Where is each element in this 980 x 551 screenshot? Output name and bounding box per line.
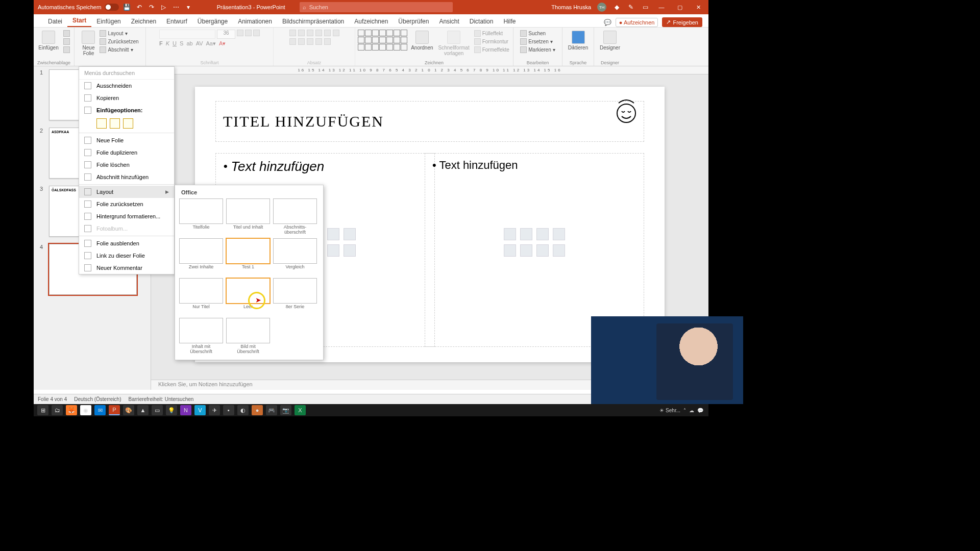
app5-icon[interactable]: ◐ bbox=[237, 405, 249, 415]
tab-bildschirm[interactable]: Bildschirmpräsentation bbox=[277, 16, 349, 27]
ctx-layout[interactable]: Layout▶ bbox=[79, 186, 174, 198]
tab-dictation[interactable]: Dictation bbox=[464, 16, 499, 27]
record-button[interactable]: ● Aufzeichnen bbox=[616, 18, 658, 27]
telegram-icon[interactable]: ✈ bbox=[209, 405, 220, 415]
outline-button[interactable]: Formkontur bbox=[473, 38, 510, 45]
app3-icon[interactable]: 💡 bbox=[166, 405, 177, 415]
layout-vergleich[interactable] bbox=[273, 238, 317, 264]
replace-button[interactable]: Ersetzen ▾ bbox=[519, 38, 556, 45]
select-button[interactable]: Markieren ▾ bbox=[519, 46, 556, 54]
tab-start[interactable]: Start bbox=[67, 15, 91, 27]
tab-einfuegen[interactable]: Einfügen bbox=[91, 16, 126, 27]
effects-button[interactable]: Formeffekte bbox=[473, 46, 510, 54]
start-button[interactable]: ⊞ bbox=[37, 405, 48, 415]
tab-ueberpruefen[interactable]: Überprüfen bbox=[393, 16, 434, 27]
diamond-icon[interactable]: ◆ bbox=[612, 3, 621, 11]
user-name[interactable]: Thomas Hruska bbox=[551, 4, 591, 10]
font-name[interactable] bbox=[159, 30, 215, 39]
menu-search[interactable]: Menüs durchsuchen bbox=[79, 67, 174, 80]
layout-bild-ueb[interactable] bbox=[226, 318, 270, 343]
ctx-comment[interactable]: Neuer Kommentar bbox=[79, 262, 174, 274]
comments-icon[interactable]: 💬 bbox=[604, 19, 611, 26]
app4-icon[interactable]: ▪ bbox=[223, 405, 234, 415]
excel-icon[interactable]: X bbox=[295, 405, 306, 415]
find-button[interactable]: Suchen bbox=[519, 30, 556, 37]
ctx-del[interactable]: Folie löschen bbox=[79, 159, 174, 171]
quick-styles[interactable]: Schnellformat vorlagen bbox=[437, 30, 471, 57]
font-size[interactable]: 36 bbox=[217, 30, 235, 39]
ctx-new-slide[interactable]: Neue Folie bbox=[79, 134, 174, 146]
tray-icon[interactable]: ☁ bbox=[689, 408, 694, 413]
avatar[interactable]: TH bbox=[597, 3, 606, 12]
fill-button[interactable]: Fülleffekt bbox=[473, 30, 510, 37]
app7-icon[interactable]: 📷 bbox=[280, 405, 291, 415]
tab-ansicht[interactable]: Ansicht bbox=[434, 16, 464, 27]
tab-uebergaenge[interactable]: Übergänge bbox=[192, 16, 233, 27]
ctx-hide[interactable]: Folie ausblenden bbox=[79, 237, 174, 249]
firefox-icon[interactable]: 🦊 bbox=[66, 405, 77, 415]
undo-icon[interactable]: ↶ bbox=[135, 3, 143, 11]
powerpoint-icon[interactable]: P bbox=[109, 405, 120, 415]
layout-inhalt-ueb[interactable] bbox=[179, 318, 223, 343]
title-placeholder[interactable]: TITEL HINZUFÜGEN bbox=[215, 101, 644, 142]
layout-titelfolie[interactable] bbox=[179, 198, 223, 224]
minimize-button[interactable]: — bbox=[655, 2, 668, 12]
ctx-copy[interactable]: Kopieren bbox=[79, 92, 174, 104]
layout-abschnitt[interactable] bbox=[273, 198, 317, 224]
layout-zwei-inhalte[interactable] bbox=[179, 238, 223, 264]
tab-hilfe[interactable]: Hilfe bbox=[498, 16, 521, 27]
new-slide-button[interactable]: Neue Folie bbox=[80, 30, 96, 57]
status-a11y[interactable]: Barrierefreiheit: Untersuchen bbox=[129, 396, 194, 402]
ctx-reset[interactable]: Folie zurücksetzen bbox=[79, 198, 174, 210]
chrome-icon[interactable]: ◉ bbox=[80, 405, 91, 415]
more-icon[interactable]: ⋯ bbox=[172, 3, 180, 11]
discord-icon[interactable]: 🎮 bbox=[266, 405, 277, 415]
tab-entwurf[interactable]: Entwurf bbox=[161, 16, 192, 27]
paste-button[interactable]: Einfügen bbox=[37, 30, 60, 52]
section-button[interactable]: Abschnitt ▾ bbox=[99, 46, 139, 54]
designer-button[interactable]: Designer bbox=[598, 30, 622, 52]
layout-leer[interactable] bbox=[226, 278, 270, 304]
qat-dropdown-icon[interactable]: ▾ bbox=[184, 3, 192, 11]
save-icon[interactable]: 💾 bbox=[123, 3, 131, 11]
status-lang[interactable]: Deutsch (Österreich) bbox=[74, 396, 121, 402]
outlook-icon[interactable]: ✉ bbox=[94, 405, 106, 415]
search-input[interactable]: ⌕ Suchen bbox=[300, 2, 453, 12]
tray-icon-2[interactable]: 💬 bbox=[697, 408, 703, 413]
arrange-button[interactable]: Anordnen bbox=[409, 30, 434, 52]
format-painter-button[interactable] bbox=[62, 46, 71, 54]
vlc-icon[interactable]: ▲ bbox=[137, 405, 149, 415]
layout-button[interactable]: Layout ▾ bbox=[99, 30, 139, 37]
app2-icon[interactable]: ▭ bbox=[152, 405, 163, 415]
paste-options[interactable] bbox=[79, 116, 174, 132]
dictate-button[interactable]: Diktieren bbox=[567, 30, 590, 52]
redo-icon[interactable]: ↷ bbox=[148, 3, 156, 11]
ctx-link[interactable]: Link zu dieser Folie bbox=[79, 249, 174, 262]
close-button[interactable]: ✕ bbox=[692, 2, 704, 12]
autosave-toggle[interactable]: Automatisches Speichern bbox=[38, 4, 119, 11]
ctx-cut[interactable]: Ausschneiden bbox=[79, 80, 174, 92]
copy-button[interactable] bbox=[62, 38, 71, 45]
onenote-icon[interactable]: N bbox=[180, 405, 191, 415]
tab-aufzeichnen[interactable]: Aufzeichnen bbox=[349, 16, 393, 27]
weather-widget[interactable]: ☀ Sehr... bbox=[659, 408, 680, 413]
tab-datei[interactable]: Datei bbox=[43, 16, 67, 27]
share-button[interactable]: ↗ Freigeben bbox=[662, 17, 702, 27]
cut-button[interactable] bbox=[62, 30, 71, 37]
from-start-icon[interactable]: ▷ bbox=[160, 3, 168, 11]
tab-animationen[interactable]: Animationen bbox=[233, 16, 277, 27]
app6-icon[interactable]: ● bbox=[252, 405, 263, 415]
explorer-icon[interactable]: 🗂 bbox=[52, 405, 63, 415]
layout-test1[interactable] bbox=[226, 238, 270, 264]
visio-icon[interactable]: V bbox=[194, 405, 206, 415]
maximize-button[interactable]: ▢ bbox=[674, 2, 686, 12]
layout-8er[interactable] bbox=[273, 278, 317, 304]
window-icon[interactable]: ▭ bbox=[641, 3, 649, 11]
layout-nur-titel[interactable] bbox=[179, 278, 223, 304]
shapes-gallery[interactable] bbox=[358, 30, 407, 51]
tray-chevron-icon[interactable]: ˄ bbox=[683, 408, 686, 413]
app-icon[interactable]: 🎨 bbox=[123, 405, 134, 415]
ctx-add-section[interactable]: Abschnitt hinzufügen bbox=[79, 171, 174, 183]
tab-zeichnen[interactable]: Zeichnen bbox=[126, 16, 161, 27]
reset-button[interactable]: Zurücksetzen bbox=[99, 38, 139, 45]
